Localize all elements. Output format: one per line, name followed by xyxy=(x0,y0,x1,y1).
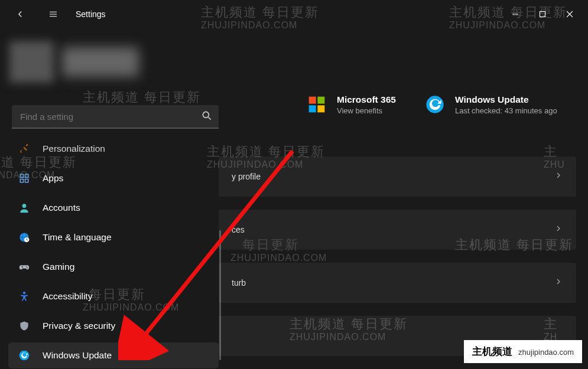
person-icon xyxy=(18,201,31,214)
sidebar-item-personalization[interactable]: Personalization xyxy=(8,136,219,162)
watermark: 主机频道 每日更新 xyxy=(83,89,201,106)
tile-windows-update[interactable]: Windows Update Last checked: 43 minutes … xyxy=(425,94,557,115)
svg-rect-17 xyxy=(317,105,324,112)
chevron-right-icon xyxy=(554,224,563,236)
update-icon xyxy=(18,349,31,362)
svg-point-10 xyxy=(26,266,27,267)
sidebar: Personalization Apps Accounts Time & lan… xyxy=(8,136,219,369)
titlebar: Settings xyxy=(0,0,588,28)
svg-point-12 xyxy=(23,292,25,294)
brush-icon xyxy=(18,142,31,155)
svg-point-1 xyxy=(203,112,209,117)
menu-button[interactable] xyxy=(43,4,64,25)
svg-point-6 xyxy=(22,204,27,208)
sidebar-item-gaming[interactable]: Gaming xyxy=(8,254,219,280)
row-label: turb xyxy=(232,278,246,288)
tile-subtitle: View benefits xyxy=(337,106,396,115)
sidebar-item-label: Personalization xyxy=(43,143,105,154)
shield-icon xyxy=(18,319,31,332)
maximize-button[interactable] xyxy=(529,4,556,25)
chevron-right-icon xyxy=(554,277,563,289)
tile-row: Microsoft 365 View benefits Windows Upda… xyxy=(219,89,576,133)
back-button[interactable] xyxy=(9,4,31,25)
sidebar-item-label: Privacy & security xyxy=(43,321,115,331)
search-icon xyxy=(201,110,213,124)
svg-rect-0 xyxy=(540,12,545,17)
sidebar-item-label: Gaming xyxy=(43,262,74,272)
sidebar-item-label: Windows Update xyxy=(43,350,112,361)
row-label: y profile xyxy=(232,172,261,181)
sidebar-item-accounts[interactable]: Accounts xyxy=(8,195,219,221)
sidebar-item-label: Accounts xyxy=(43,203,80,213)
arrow-left-icon xyxy=(15,9,25,19)
svg-rect-3 xyxy=(25,174,28,177)
content: Microsoft 365 View benefits Windows Upda… xyxy=(219,89,576,356)
svg-rect-5 xyxy=(25,179,28,182)
profile-name xyxy=(62,47,139,77)
close-icon xyxy=(566,11,573,18)
svg-point-11 xyxy=(27,267,28,269)
sidebar-item-accessibility[interactable]: Accessibility xyxy=(8,283,219,309)
sidebar-item-label: Accessibility xyxy=(43,291,92,302)
content-rows: y profile ces turb xyxy=(219,156,576,356)
microsoft-logo-icon xyxy=(307,95,327,115)
row-label: ces xyxy=(232,225,245,234)
close-button[interactable] xyxy=(556,4,583,25)
globe-icon xyxy=(18,231,31,244)
tile-title: Microsoft 365 xyxy=(337,94,396,105)
page-title: Settings xyxy=(76,9,106,19)
search-wrap xyxy=(12,105,219,129)
profile-area[interactable] xyxy=(9,35,163,89)
accessibility-icon xyxy=(18,290,31,303)
footer-en: zhujipindao.com xyxy=(518,348,574,357)
svg-rect-4 xyxy=(20,179,23,182)
tile-subtitle: Last checked: 43 minutes ago xyxy=(455,106,557,115)
update-icon xyxy=(425,95,446,115)
avatar xyxy=(9,41,54,83)
apps-icon xyxy=(18,172,31,185)
hamburger-icon xyxy=(48,9,59,19)
sidebar-item-apps[interactable]: Apps xyxy=(8,165,219,191)
search-input[interactable] xyxy=(12,105,219,129)
svg-point-13 xyxy=(20,351,30,361)
sidebar-item-time-language[interactable]: Time & language xyxy=(8,224,219,250)
svg-point-18 xyxy=(426,96,443,113)
sidebar-item-privacy[interactable]: Privacy & security xyxy=(8,313,219,339)
tile-microsoft-365[interactable]: Microsoft 365 View benefits xyxy=(307,94,396,115)
tile-title: Windows Update xyxy=(455,94,557,105)
chevron-right-icon xyxy=(554,171,563,182)
svg-rect-16 xyxy=(309,105,316,112)
minimize-icon xyxy=(512,11,519,18)
svg-rect-15 xyxy=(317,96,324,103)
footer-credit: 主机频道 zhujipindao.com xyxy=(464,340,582,363)
settings-row[interactable]: turb xyxy=(219,263,576,303)
gamepad-icon xyxy=(18,260,31,273)
sidebar-item-label: Time & language xyxy=(43,232,112,243)
sidebar-item-label: Apps xyxy=(43,173,63,184)
minimize-button[interactable] xyxy=(502,4,529,25)
maximize-icon xyxy=(539,11,546,18)
footer-cn: 主机频道 xyxy=(472,345,512,358)
sidebar-item-windows-update[interactable]: Windows Update xyxy=(8,342,219,368)
svg-rect-2 xyxy=(20,174,23,177)
settings-row[interactable]: y profile xyxy=(219,156,576,197)
svg-rect-14 xyxy=(309,96,316,103)
settings-row[interactable]: ces xyxy=(219,210,576,250)
